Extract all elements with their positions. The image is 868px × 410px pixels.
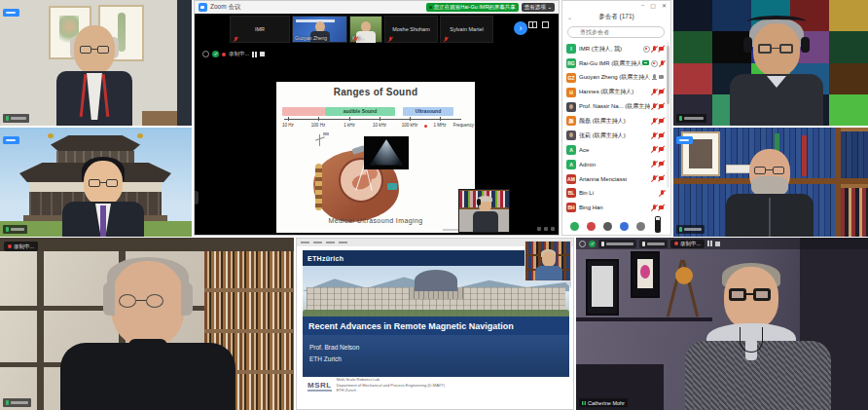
cam-off-icon bbox=[658, 88, 666, 96]
presenter-video-thumbnail[interactable] bbox=[524, 241, 571, 281]
cam-off-icon bbox=[658, 131, 666, 140]
mic-off-icon bbox=[650, 145, 658, 154]
participant-row[interactable]: 颜颜磊 (联席主持人) bbox=[562, 114, 669, 129]
mic-off-icon bbox=[650, 117, 658, 126]
participant-row[interactable]: GZGuoyan Zheng (联席主持人) bbox=[562, 71, 669, 86]
maximize-button[interactable]: ▢ bbox=[650, 2, 656, 9]
tick-label: 100 Hz bbox=[311, 123, 325, 128]
presentation-window: ETHzürich Recent Advances in Remote Magn… bbox=[296, 238, 574, 410]
participant-name: Admin bbox=[579, 162, 650, 168]
pause-recording-button[interactable] bbox=[707, 241, 712, 246]
avatar: AM bbox=[566, 174, 576, 184]
filmstrip-tile[interactable]: IMR bbox=[230, 16, 290, 43]
headphones-icon bbox=[743, 37, 752, 53]
muted-mic-icon bbox=[352, 36, 358, 43]
blue-app-icon[interactable] bbox=[620, 222, 629, 231]
slide-caption: Medical Ultrasound Imaging bbox=[276, 217, 475, 224]
participant-row[interactable]: RGRai-Gu IMR (联席主持人) bbox=[562, 56, 669, 71]
meeting-info-badge bbox=[3, 136, 19, 144]
cardigan bbox=[685, 341, 831, 410]
filmstrip-more-button[interactable]: › bbox=[514, 21, 527, 35]
zoom-corner-icons[interactable] bbox=[537, 227, 555, 231]
security-shield-icon[interactable]: ✓ bbox=[212, 51, 219, 57]
tile-name-label: Moshe Shoham bbox=[392, 26, 430, 32]
framed-art bbox=[586, 259, 619, 316]
recording-badge: 录制中... bbox=[4, 242, 38, 251]
avatar: BL bbox=[566, 188, 576, 198]
frequency-band: Ultrasound bbox=[403, 107, 453, 116]
view-options-button[interactable]: 查看选项 ⌄ bbox=[522, 3, 555, 12]
recording-label: 录制中... bbox=[229, 51, 249, 57]
filmstrip-tile[interactable]: Moshe Shoham bbox=[384, 16, 438, 43]
mic-icon bbox=[679, 116, 682, 121]
stop-recording-button[interactable] bbox=[715, 242, 720, 246]
minimize-button[interactable]: – bbox=[641, 2, 644, 9]
participant-row[interactable]: 张莉 (联席主持人) bbox=[562, 129, 669, 143]
shared-slide-ranges-of-sound: Ranges of Sound audible SoundUltrasound … bbox=[276, 82, 475, 233]
footer-line: ETH Zurich bbox=[337, 389, 445, 393]
cam-on-icon bbox=[658, 73, 666, 82]
filmstrip-tile[interactable]: Kaji... bbox=[349, 16, 382, 43]
video-tile-bottom-left[interactable]: 录制中... bbox=[0, 238, 294, 410]
gray-app-icon-2[interactable] bbox=[636, 222, 645, 231]
mic-icon bbox=[6, 400, 9, 405]
axis-label: Frequency bbox=[453, 123, 474, 128]
gallery-view-icon[interactable] bbox=[528, 21, 537, 28]
close-button[interactable]: ✕ bbox=[662, 2, 667, 9]
pause-recording-button[interactable] bbox=[252, 52, 257, 57]
participant-name-tag bbox=[676, 114, 706, 123]
meeting-info-badge bbox=[3, 9, 19, 17]
black-turtleneck bbox=[60, 343, 235, 410]
red-app-icon[interactable] bbox=[587, 222, 596, 231]
avatar bbox=[566, 102, 576, 112]
tick-label: 10 kHz bbox=[373, 123, 386, 128]
participant-person bbox=[56, 25, 132, 126]
cord-necklace bbox=[740, 327, 763, 353]
presenter-video-thumbnail[interactable] bbox=[458, 189, 510, 233]
participant-row[interactable]: IIMR (主持人, 我) bbox=[562, 42, 669, 56]
avatar: I bbox=[566, 44, 576, 54]
eth-logo: ETHzürich bbox=[307, 255, 344, 262]
recording-badge: 录制中... bbox=[670, 240, 705, 248]
participant-row[interactable]: BHBing Han bbox=[562, 201, 669, 215]
stop-recording-button[interactable] bbox=[260, 52, 265, 56]
participant-row[interactable]: BLBin Li bbox=[562, 186, 669, 201]
participant-name: IMR (主持人, 我) bbox=[579, 45, 642, 54]
participant-name: Arianna Menciassi bbox=[579, 176, 650, 182]
green-app-icon[interactable] bbox=[570, 222, 579, 231]
participant-row[interactable]: HHannes (联席主持人) bbox=[562, 85, 669, 99]
gray-app-icon[interactable] bbox=[603, 222, 612, 231]
video-tile-top-left[interactable] bbox=[0, 0, 192, 126]
filmstrip-tile[interactable]: Sylvain Martel bbox=[440, 16, 493, 43]
search-participants-input[interactable] bbox=[567, 26, 665, 38]
round-glasses bbox=[119, 294, 136, 308]
participant-row[interactable]: AMArianna Menciassi bbox=[562, 171, 669, 186]
security-shield-icon[interactable]: ✓ bbox=[589, 241, 596, 247]
avatar: GZ bbox=[566, 73, 576, 83]
participant-filmstrip: IMRGuoyan ZhengKaji...Moshe ShohamSylvai… bbox=[230, 16, 493, 43]
fullscreen-icon[interactable] bbox=[542, 21, 549, 28]
video-tile-bottom-right[interactable]: ✓ 录制中... Catherine Mohr bbox=[576, 238, 868, 410]
mic-off-icon bbox=[650, 88, 658, 96]
participant-row[interactable]: Prof. Nassir Na... (联席主持人) bbox=[562, 99, 669, 114]
video-tile-mid-right[interactable] bbox=[673, 128, 868, 237]
participant-name-tag bbox=[3, 225, 27, 234]
participant-name: Bin Li bbox=[579, 190, 658, 196]
zoom-content: IMRGuoyan ZhengKaji...Moshe ShohamSylvai… bbox=[195, 14, 559, 235]
filmstrip-tile[interactable]: Guoyan Zheng bbox=[292, 16, 347, 43]
scrollbar[interactable] bbox=[667, 42, 669, 188]
info-icon[interactable] bbox=[202, 51, 209, 57]
avatar bbox=[566, 130, 576, 140]
webinar-screenshot-collage: Zoom 会议 您正在观看Hai-Gu IMR的屏幕共享 查看选项 ⌄ IMRG… bbox=[0, 0, 868, 410]
video-tile-top-right[interactable] bbox=[673, 0, 868, 126]
video-tile-mid-left[interactable] bbox=[0, 128, 192, 237]
participant-row[interactable]: AAdmin bbox=[562, 157, 669, 171]
tick-label: 10 Hz bbox=[282, 123, 294, 128]
panel-collapse-handle[interactable] bbox=[195, 191, 199, 205]
info-icon[interactable] bbox=[579, 241, 586, 247]
muted-mic-icon bbox=[233, 36, 238, 43]
participant-person bbox=[51, 253, 245, 410]
muted-mic-icon bbox=[443, 36, 449, 43]
taskbar-icons[interactable] bbox=[570, 222, 645, 231]
participant-row[interactable]: AAce bbox=[562, 143, 669, 158]
